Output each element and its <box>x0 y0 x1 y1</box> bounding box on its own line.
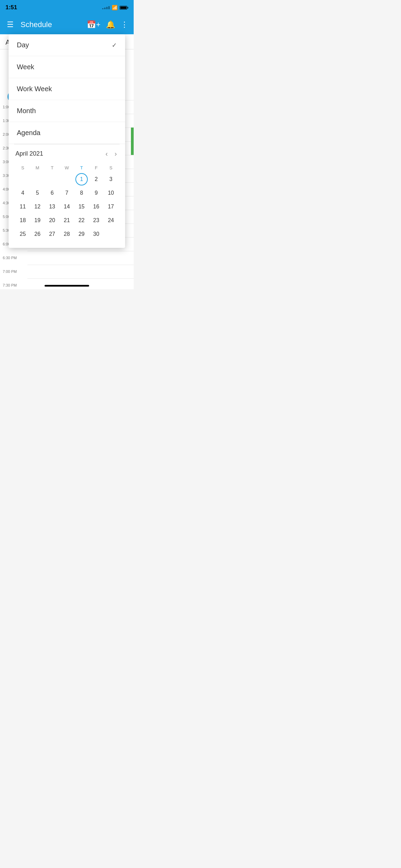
mini-calendar-header: April 2021 ‹ › <box>15 150 118 158</box>
cal-day-1[interactable]: 1 <box>75 173 88 185</box>
next-month-button[interactable]: › <box>113 150 118 158</box>
cal-day-2[interactable]: 2 <box>90 173 102 185</box>
mini-calendar-nav: ‹ › <box>104 150 118 158</box>
mini-calendar: April 2021 ‹ › S M T W T F S <box>9 144 125 248</box>
menu-item-agenda[interactable]: Agenda <box>9 122 125 144</box>
cal-day-11[interactable]: 11 <box>16 201 29 213</box>
menu-item-workweek[interactable]: Work Week <box>9 78 125 100</box>
view-selector-dropdown: Day ✓ Week Work Week Month Agenda April … <box>9 34 125 248</box>
status-bar: 1:51 📶 <box>0 0 134 15</box>
menu-item-day-label: Day <box>17 41 29 49</box>
cal-day-25[interactable]: 25 <box>16 228 29 240</box>
cal-day-22[interactable]: 22 <box>75 214 88 227</box>
cal-day-23[interactable]: 23 <box>90 214 102 227</box>
cal-day-26[interactable]: 26 <box>31 228 44 240</box>
check-icon: ✓ <box>112 41 117 49</box>
cal-day-18[interactable]: 18 <box>16 214 29 227</box>
top-bar: ☰ Schedule 📅+ 🔔 ⋮ <box>0 15 134 34</box>
cal-day-27[interactable]: 27 <box>46 228 58 240</box>
time-label: 7:30 PM <box>0 278 27 289</box>
menu-item-month-label: Month <box>17 107 36 115</box>
menu-item-workweek-label: Work Week <box>17 85 52 93</box>
day-header-fri: F <box>89 163 104 172</box>
day-header-sat: S <box>104 163 118 172</box>
event-indicator <box>131 128 134 155</box>
cal-day-20[interactable]: 20 <box>46 214 58 227</box>
cal-day-30[interactable]: 30 <box>90 228 102 240</box>
cal-day-3[interactable]: 3 <box>105 173 117 185</box>
cal-day-19[interactable]: 19 <box>31 214 44 227</box>
cal-day-empty <box>31 173 44 185</box>
cal-day-6[interactable]: 6 <box>46 187 58 199</box>
battery-icon <box>120 6 128 10</box>
cal-day-16[interactable]: 16 <box>90 201 102 213</box>
calendar-week-1: 1 2 3 <box>15 172 118 186</box>
day-header-wed: W <box>60 163 74 172</box>
cal-day-14[interactable]: 14 <box>61 201 73 213</box>
status-time: 1:51 <box>5 4 17 11</box>
mini-calendar-grid: S M T W T F S 1 2 3 4 5 6 <box>15 163 118 241</box>
add-event-icon[interactable]: 📅+ <box>87 20 100 29</box>
hamburger-icon[interactable]: ☰ <box>5 19 15 31</box>
prev-month-button[interactable]: ‹ <box>104 150 109 158</box>
cal-day-empty <box>61 173 73 185</box>
cal-day-17[interactable]: 17 <box>105 201 117 213</box>
calendar-week-2: 4 5 6 7 8 9 10 <box>15 186 118 200</box>
calendar-day-headers: S M T W T F S <box>15 163 118 172</box>
time-slot <box>27 278 134 289</box>
cal-day-24[interactable]: 24 <box>105 214 117 227</box>
cal-day-29[interactable]: 29 <box>75 228 88 240</box>
cal-day-8[interactable]: 8 <box>75 187 88 199</box>
time-slot <box>27 251 134 265</box>
day-header-sun: S <box>15 163 30 172</box>
calendar-week-4: 18 19 20 21 22 23 24 <box>15 214 118 227</box>
cal-day-21[interactable]: 21 <box>61 214 73 227</box>
time-slot <box>27 265 134 278</box>
time-label: 6:30 PM <box>0 251 27 265</box>
calendar-week-3: 11 12 13 14 15 16 17 <box>15 200 118 214</box>
cal-day-5[interactable]: 5 <box>31 187 44 199</box>
signal-icon <box>102 6 110 9</box>
day-header-thu: T <box>74 163 89 172</box>
mini-calendar-title: April 2021 <box>15 150 43 157</box>
top-bar-actions: 📅+ 🔔 ⋮ <box>87 20 128 29</box>
time-label: 7:00 PM <box>0 265 27 278</box>
menu-item-week[interactable]: Week <box>9 56 125 78</box>
cal-day-7[interactable]: 7 <box>61 187 73 199</box>
cal-day-empty <box>16 173 29 185</box>
cal-day-13[interactable]: 13 <box>46 201 58 213</box>
menu-item-day[interactable]: Day ✓ <box>9 34 125 56</box>
more-options-icon[interactable]: ⋮ <box>121 20 128 29</box>
cal-day-10[interactable]: 10 <box>105 187 117 199</box>
day-header-mon: M <box>30 163 45 172</box>
day-header-tue: T <box>45 163 60 172</box>
menu-item-week-label: Week <box>17 63 34 71</box>
app-title: Schedule <box>21 20 81 29</box>
cal-day-empty <box>46 173 58 185</box>
cal-day-15[interactable]: 15 <box>75 201 88 213</box>
status-icons: 📶 <box>102 5 128 10</box>
wifi-icon: 📶 <box>112 5 118 10</box>
cal-day-12[interactable]: 12 <box>31 201 44 213</box>
cal-day-28[interactable]: 28 <box>61 228 73 240</box>
cal-day-4[interactable]: 4 <box>16 187 29 199</box>
home-bar <box>45 285 89 287</box>
calendar-week-5: 25 26 27 28 29 30 <box>15 227 118 241</box>
menu-item-month[interactable]: Month <box>9 100 125 122</box>
menu-item-agenda-label: Agenda <box>17 129 40 137</box>
cal-day-9[interactable]: 9 <box>90 187 102 199</box>
notification-icon[interactable]: 🔔 <box>106 20 115 29</box>
cal-day-empty <box>105 228 117 240</box>
